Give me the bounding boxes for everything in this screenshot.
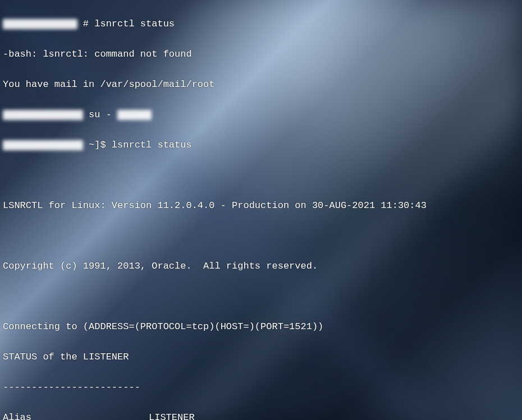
command-text: ~]$ lsnrctl status [83,140,192,150]
redacted-host [3,110,83,120]
prompt-line-1: # lsnrctl status [3,16,519,31]
terminal-output: # lsnrctl status -bash: lsnrctl: command… [0,0,522,420]
dashes: ------------------------ [3,380,519,395]
copyright-line: Copyright (c) 1991, 2013, Oracle. All ri… [3,259,519,274]
blank-line [3,289,519,304]
kv-row-alias: AliasLISTENER [3,410,519,420]
command-text: su - [83,109,117,120]
blank-line [3,168,519,183]
blank-line [3,228,519,243]
redacted-user [117,110,152,120]
prompt-line-2: su - [3,107,519,122]
banner-line: LSNRCTL for Linux: Version 11.2.0.4.0 - … [3,198,519,213]
prompt-line-3: ~]$ lsnrctl status [3,137,519,153]
kv-label: Alias [3,410,149,420]
redacted-host [3,19,77,29]
command-text: # lsnrctl status [77,19,175,29]
error-line: -bash: lsnrctl: command not found [3,47,519,62]
connecting-line: Connecting to (ADDRESS=(PROTOCOL=tcp)(HO… [3,319,519,334]
kv-value: LISTENER [149,412,195,420]
status-header: STATUS of the LISTENER [3,349,519,364]
redacted-host [3,140,83,150]
mail-line: You have mail in /var/spool/mail/root [3,77,519,92]
